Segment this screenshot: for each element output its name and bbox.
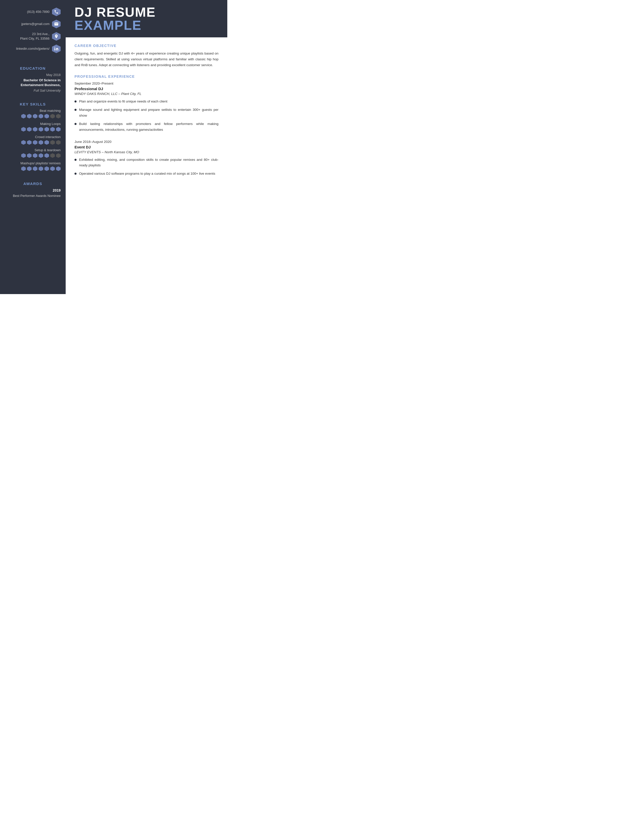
skill-dot xyxy=(56,140,61,145)
phone-text: (813) 456-7890 xyxy=(27,10,50,14)
skill-item: Mashups/ playlists/ remixes xyxy=(5,161,61,171)
bullet-dot xyxy=(74,123,77,125)
job-bullet-item: Plan and organize events to fit unique n… xyxy=(74,99,219,105)
bullet-dot xyxy=(74,173,77,175)
location-svg xyxy=(54,34,59,39)
location-icon xyxy=(52,32,61,41)
skill-name: Mashups/ playlists/ remixes xyxy=(5,161,61,165)
linkedin-icon xyxy=(52,44,61,53)
skill-dot xyxy=(39,140,43,145)
skill-dots xyxy=(5,166,61,171)
header-title: DJ RESUME EXAMPLE xyxy=(74,6,219,32)
skill-dot xyxy=(39,114,43,118)
skill-dot xyxy=(45,114,49,118)
email-text: jpeters@gmail.com xyxy=(21,22,50,26)
skill-dots xyxy=(5,127,61,132)
contact-linkedin-item: linkedin.com/in/jpeters/ xyxy=(5,44,61,53)
email-svg xyxy=(54,22,59,26)
skill-name: Beat matching xyxy=(5,109,61,113)
main-content: DJ RESUME EXAMPLE CAREER OBJECTIVE Outgo… xyxy=(66,0,227,294)
bullet-dot xyxy=(74,109,77,111)
bullet-text: Exhibited editing, mixing, and compositi… xyxy=(79,157,219,169)
job-bullet-item: Exhibited editing, mixing, and compositi… xyxy=(74,157,219,169)
job-bullet-item: Build lasting relationships with promote… xyxy=(74,121,219,133)
education-section: May 2018 Bachelor Of Science in Entertai… xyxy=(0,73,66,97)
skill-dot xyxy=(33,153,37,158)
contact-email-item: jpeters@gmail.com xyxy=(5,20,61,28)
sidebar: (813) 456-7890 jpeters@gmail.com 23 3rd … xyxy=(0,0,66,294)
email-icon xyxy=(52,20,61,28)
skill-dot xyxy=(50,140,55,145)
awards-title: AWARDS xyxy=(0,177,66,188)
career-objective-label: CAREER OBJECTIVE xyxy=(74,43,219,48)
skill-dot xyxy=(50,127,55,132)
skills-title: KEY SKILLS xyxy=(0,97,66,109)
skill-dot xyxy=(33,140,37,145)
skill-dot xyxy=(21,114,26,118)
skill-dot xyxy=(39,127,43,132)
skill-item: Crowd interaction xyxy=(5,135,61,145)
title-part1: DJ RESUME xyxy=(74,5,156,19)
skill-dot xyxy=(39,166,43,171)
job-company: LEVITY EVENTS – North Kansas City, MO xyxy=(74,150,219,154)
skill-item: Setup & teardown xyxy=(5,148,61,158)
skill-dots xyxy=(5,153,61,158)
bullet-text: Operated various DJ software programs to… xyxy=(79,171,215,177)
skills-section: Beat matchingMaking LoopsCrowd interacti… xyxy=(0,109,66,177)
skill-dot xyxy=(56,153,61,158)
edu-degree: Bachelor Of Science in Entertainment Bus… xyxy=(5,78,61,88)
skill-dot xyxy=(27,153,32,158)
job-date: September 2020–Present xyxy=(74,82,219,85)
skill-name: Making Loops xyxy=(5,122,61,126)
job-entry: June 2018–August 2020Event DJLEVITY EVEN… xyxy=(74,140,219,177)
award-year: 2019 xyxy=(5,188,61,192)
skill-dot xyxy=(39,153,43,158)
bullet-text: Manage sound and lighting equipment and … xyxy=(79,107,219,119)
skill-dots xyxy=(5,140,61,145)
skill-item: Beat matching xyxy=(5,109,61,118)
bullet-dot xyxy=(74,100,77,103)
job-entry: September 2020–PresentProfessional DJWIN… xyxy=(74,82,219,133)
svg-point-0 xyxy=(55,47,55,48)
skill-dots xyxy=(5,114,61,118)
skill-dot xyxy=(45,153,49,158)
job-bullet-item: Operated various DJ software programs to… xyxy=(74,171,219,177)
skill-dot xyxy=(56,127,61,132)
job-company: WINDY OAKS RANCH, LLC – Plant City, FL xyxy=(74,92,219,96)
skill-dot xyxy=(33,127,37,132)
title-part2: EXAMPLE xyxy=(74,18,142,32)
job-bullet-item: Manage sound and lighting equipment and … xyxy=(74,107,219,119)
skill-dot xyxy=(21,140,26,145)
bullet-text: Plan and organize events to fit unique n… xyxy=(79,99,167,105)
experience-section: September 2020–PresentProfessional DJWIN… xyxy=(74,82,219,177)
skill-dot xyxy=(45,140,49,145)
skill-dot xyxy=(33,114,37,118)
bullet-dot xyxy=(74,159,77,161)
skill-dot xyxy=(33,166,37,171)
main-body: CAREER OBJECTIVE Outgoing, fun, and ener… xyxy=(66,37,227,294)
phone-icon xyxy=(52,8,61,16)
contact-section: (813) 456-7890 jpeters@gmail.com 23 3rd … xyxy=(0,8,66,61)
skill-name: Setup & teardown xyxy=(5,148,61,152)
edu-school: Full Sail University xyxy=(5,88,61,92)
contact-phone-item: (813) 456-7890 xyxy=(5,8,61,16)
skill-dot xyxy=(27,127,32,132)
skill-dot xyxy=(27,166,32,171)
edu-date: May 2018 xyxy=(5,73,61,77)
job-bullets: Plan and organize events to fit unique n… xyxy=(74,99,219,133)
skill-dot xyxy=(56,114,61,118)
header-bar: DJ RESUME EXAMPLE xyxy=(66,0,227,37)
job-bullets: Exhibited editing, mixing, and compositi… xyxy=(74,157,219,177)
contact-address-item: 23 3rd Ave., Plant City, FL 33566 xyxy=(5,32,61,41)
skill-dot xyxy=(21,153,26,158)
skill-dot xyxy=(45,127,49,132)
linkedin-text: linkedin.com/in/jpeters/ xyxy=(16,47,50,51)
job-date: June 2018–August 2020 xyxy=(74,140,219,144)
skill-dot xyxy=(21,166,26,171)
career-objective-text: Outgoing, fun, and energetic DJ with 4+ … xyxy=(74,51,219,68)
phone-svg xyxy=(54,10,59,14)
skill-dot xyxy=(50,153,55,158)
skill-dot xyxy=(27,114,32,118)
address-text: 23 3rd Ave., Plant City, FL 33566 xyxy=(20,32,50,41)
skill-dot xyxy=(27,140,32,145)
